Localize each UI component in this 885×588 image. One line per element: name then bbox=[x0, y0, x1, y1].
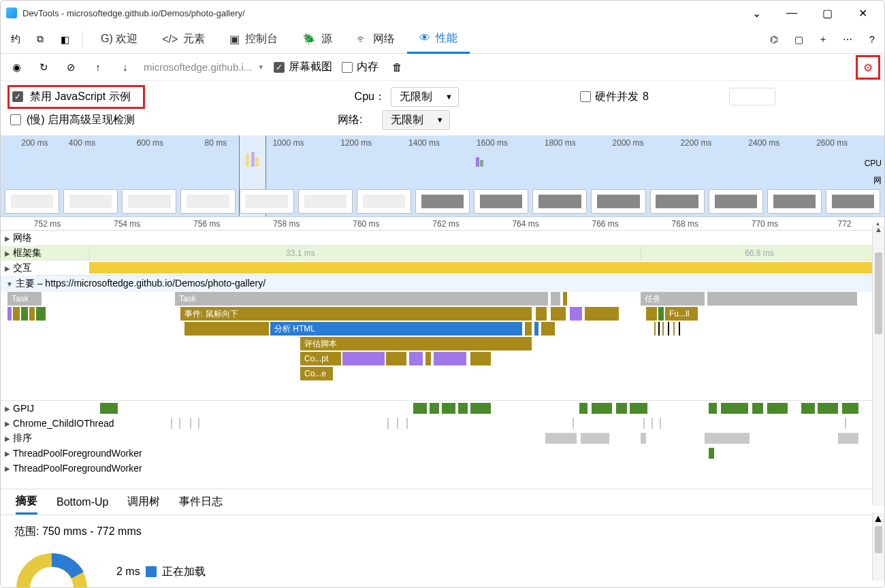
screenshots-checkbox[interactable]: ✓ bbox=[274, 62, 285, 73]
trash-icon[interactable]: 🗑 bbox=[388, 59, 406, 76]
tab-network[interactable]: ᯤ网络 bbox=[344, 25, 407, 54]
track-main-header[interactable]: ▼ 主要 – https://microsoftedge.github.io/D… bbox=[1, 276, 884, 292]
tick: 1400 ms bbox=[408, 138, 477, 148]
download-button[interactable]: ↓ bbox=[116, 59, 134, 76]
code-icon: </> bbox=[162, 33, 178, 46]
details-tabs: 摘要 Bottom-Up 调用树 事件日志 bbox=[1, 489, 884, 515]
screenshot-thumb[interactable] bbox=[63, 189, 118, 214]
screenshot-thumb[interactable] bbox=[826, 189, 880, 214]
tab-bottom-up[interactable]: Bottom-Up bbox=[57, 492, 108, 512]
screenshot-thumb[interactable] bbox=[474, 189, 528, 214]
hw-value: 8 bbox=[643, 91, 649, 103]
overview-ticks: 200 ms 400 ms 600 ms 80 ms 1000 ms 1200 … bbox=[1, 138, 884, 148]
vertical-scrollbar[interactable]: ▲ bbox=[872, 225, 884, 506]
track-compositor[interactable]: ▶排序 bbox=[1, 431, 884, 446]
tab-console[interactable]: ▣控制台 bbox=[217, 25, 290, 54]
track-frames[interactable]: ▶框架集 33.1 ms 66.8 ms bbox=[1, 246, 884, 261]
track-threadpool-2[interactable]: ▶ThreadPoolForegroundWorker bbox=[1, 461, 884, 476]
record-button[interactable]: ◉ bbox=[7, 59, 25, 76]
clear-button[interactable]: ⊘ bbox=[62, 59, 80, 76]
devices-icon[interactable]: ⧉ bbox=[28, 27, 52, 52]
flame-chart-area[interactable]: ▶网络 ▶框架集 33.1 ms 66.8 ms ▶交互 ▼ 主要 – http… bbox=[1, 231, 884, 489]
task-bar[interactable]: Task bbox=[7, 292, 42, 306]
scrollbar-thumb[interactable] bbox=[875, 252, 882, 334]
add-tab-button[interactable]: ＋ bbox=[811, 27, 835, 52]
advanced-paint-checkbox[interactable] bbox=[10, 114, 21, 125]
parse-html-bar[interactable]: 分析 HTML bbox=[270, 322, 522, 336]
tick: 1000 ms bbox=[272, 138, 340, 148]
tab-prefix[interactable]: 约 bbox=[3, 27, 28, 52]
tab-sources[interactable]: 🪲源 bbox=[290, 25, 344, 54]
network-throttle-select[interactable]: 无限制▼ bbox=[382, 110, 450, 130]
hw-concurrency-checkbox[interactable] bbox=[580, 91, 591, 102]
cpu-throttle-select[interactable]: 无限制▼ bbox=[391, 87, 459, 107]
close-button[interactable]: ✕ bbox=[853, 3, 872, 22]
disable-js-checkbox[interactable]: ✓ bbox=[12, 91, 23, 102]
tab-elements[interactable]: </>元素 bbox=[150, 25, 217, 54]
app-icon[interactable]: ▢ bbox=[786, 27, 811, 52]
tab-summary[interactable]: 摘要 bbox=[16, 490, 37, 514]
task-bar[interactable]: Task bbox=[175, 292, 548, 306]
screenshot-thumb[interactable] bbox=[240, 189, 294, 214]
screenshot-thumb[interactable] bbox=[415, 189, 470, 214]
tab-event-log[interactable]: 事件日志 bbox=[179, 491, 223, 513]
screenshots-label: 屏幕截图 bbox=[289, 60, 332, 74]
perf-toolbar: ◉ ↻ ⊘ ↑ ↓ microsoftedge.github.i...▼ ✓ 屏… bbox=[1, 54, 884, 81]
main-thread-flame[interactable]: Task Task 任务 事件: 鼠标向下 Fu...ll 分析 HTML bbox=[1, 292, 884, 401]
track-child-io[interactable]: ▶Chrome_ChildIOThread bbox=[1, 416, 884, 431]
screenshot-thumb[interactable] bbox=[357, 189, 411, 214]
memory-checkbox[interactable] bbox=[342, 62, 353, 73]
screenshot-thumb[interactable] bbox=[650, 189, 705, 214]
task-bar[interactable] bbox=[551, 292, 560, 306]
screenshot-thumb[interactable] bbox=[767, 189, 822, 214]
screenshot-thumb[interactable] bbox=[122, 189, 176, 214]
maximize-button[interactable]: ▢ bbox=[818, 3, 837, 22]
loading-ms: 2 ms bbox=[116, 566, 140, 578]
wifi-icon: ᯤ bbox=[357, 33, 368, 46]
reload-button[interactable]: ↻ bbox=[35, 59, 52, 76]
more-icon[interactable]: ⋯ bbox=[835, 27, 860, 52]
minimize-button[interactable]: — bbox=[782, 3, 801, 22]
compile-bar[interactable]: Co...e bbox=[300, 367, 333, 380]
dock-icon[interactable]: ◧ bbox=[52, 27, 77, 52]
summary-scrollbar[interactable]: ▲ bbox=[872, 512, 884, 581]
screenshot-thumb[interactable] bbox=[532, 189, 587, 214]
eval-script-bar[interactable]: 评估脚本 bbox=[300, 337, 532, 350]
task-bar[interactable]: 任务 bbox=[641, 292, 705, 306]
settings-gear-highlight[interactable]: ⚙ bbox=[856, 55, 880, 80]
screenshot-thumb[interactable] bbox=[298, 189, 353, 214]
advanced-paint-label: (慢) 启用高级呈现检测 bbox=[27, 113, 135, 127]
upload-button[interactable]: ↑ bbox=[89, 59, 107, 76]
cpu-label: Cpu： bbox=[355, 90, 385, 104]
tab-welcome[interactable]: G) 欢迎 bbox=[88, 25, 150, 54]
url-selector[interactable]: microsoftedge.github.i...▼ bbox=[144, 61, 264, 73]
hw-input[interactable] bbox=[729, 88, 775, 105]
track-threadpool-1[interactable]: ▶ThreadPoolForegroundWorker bbox=[1, 446, 884, 461]
memory-icon[interactable]: ⌬ bbox=[762, 27, 786, 52]
track-gpu[interactable]: ▶GPIJ bbox=[1, 401, 884, 416]
tab-performance[interactable]: 👁性能 bbox=[407, 25, 470, 54]
summary-donut bbox=[14, 551, 89, 588]
divider bbox=[82, 31, 83, 48]
track-interactions[interactable]: ▶交互 bbox=[1, 261, 884, 276]
scrollbar-thumb[interactable] bbox=[875, 526, 882, 553]
screenshot-thumb[interactable] bbox=[709, 189, 763, 214]
screenshot-thumb[interactable] bbox=[180, 189, 235, 214]
compile-bar[interactable]: Co...pt bbox=[300, 352, 341, 365]
screenshot-thumb[interactable] bbox=[5, 189, 59, 214]
tab-call-tree[interactable]: 调用树 bbox=[127, 491, 160, 513]
track-network[interactable]: ▶网络 bbox=[1, 231, 36, 246]
tick: 2600 ms bbox=[816, 138, 884, 148]
tick: 400 ms bbox=[69, 138, 137, 148]
event-bar[interactable]: 事件: 鼠标向下 bbox=[180, 307, 532, 321]
tick: 1600 ms bbox=[477, 138, 545, 148]
func-bar[interactable]: Fu...ll bbox=[665, 307, 698, 321]
capture-settings: ✓ 禁用 JavaScript 示例 Cpu： 无限制▼ 硬件并发 8 (慢) … bbox=[1, 81, 884, 131]
legend-loading-color bbox=[146, 566, 157, 577]
help-icon[interactable]: ? bbox=[860, 27, 884, 52]
tick: 200 ms bbox=[1, 138, 69, 148]
interaction-bar[interactable] bbox=[89, 262, 878, 274]
chevron-down-icon[interactable]: ⌄ bbox=[747, 3, 766, 22]
screenshot-thumb[interactable] bbox=[591, 189, 645, 214]
timeline-overview[interactable]: 200 ms 400 ms 600 ms 80 ms 1000 ms 1200 … bbox=[1, 135, 884, 217]
